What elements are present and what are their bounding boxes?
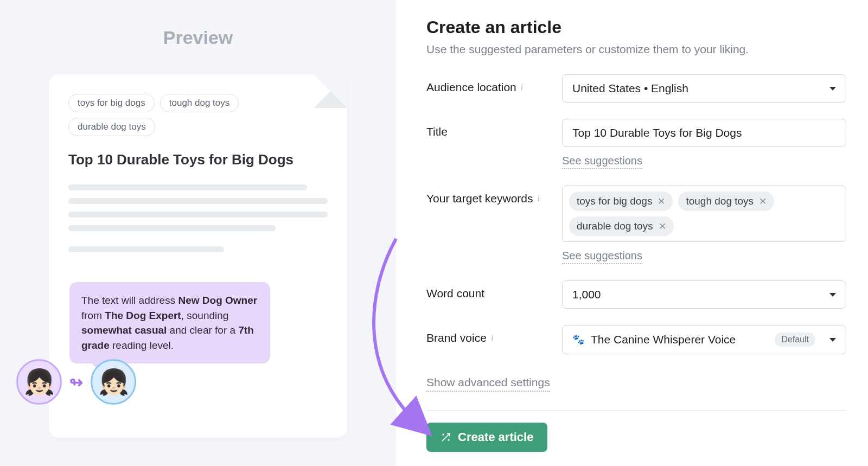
create-article-button[interactable]: Create article (426, 423, 547, 452)
tooltip-persona: New Dog Owner (178, 295, 257, 306)
tooltip-text: The text will address (81, 295, 178, 306)
wand-icon (441, 432, 451, 443)
persona-transform-row: 👧🏻 ↬ 👧🏻 (16, 359, 136, 405)
keywords-input[interactable]: toys for big dogs ✕ tough dog toys ✕ dur… (562, 186, 846, 242)
avatar-target: 👧🏻 (91, 359, 136, 405)
preview-panel: Preview toys for big dogs tough dog toys… (0, 0, 396, 466)
info-icon[interactable]: i (521, 82, 523, 92)
tooltip-text: and clear for a (167, 324, 238, 336)
tooltip-text: from (81, 310, 105, 321)
brand-value: The Canine Whisperer Voice (591, 333, 736, 346)
svg-point-1 (448, 439, 449, 441)
skeleton-line (68, 198, 328, 204)
tooltip-tone: somewhat casual (81, 324, 167, 336)
skeleton-line (68, 184, 307, 190)
label-title: Title (426, 119, 562, 138)
preview-heading: Preview (49, 27, 347, 48)
info-icon[interactable]: i (538, 194, 540, 203)
create-button-label: Create article (458, 430, 533, 444)
remove-tag-icon[interactable]: ✕ (659, 221, 666, 232)
preview-tag: durable dog toys (68, 118, 155, 136)
skeleton-line (68, 212, 328, 218)
form-subheading: Use the suggested parameters or customiz… (426, 43, 846, 56)
preview-tag: tough dog toys (160, 94, 239, 112)
voice-summary-tooltip: The text will address New Dog Owner from… (69, 282, 270, 363)
show-advanced-settings-link[interactable]: Show advanced settings (426, 376, 550, 392)
keyword-tag: toys for big dogs ✕ (569, 191, 673, 211)
preview-tags: toys for big dogs tough dog toys durable… (68, 94, 328, 136)
audience-value: United States • English (572, 82, 688, 95)
label-keywords: Your target keywords i (426, 186, 562, 205)
tooltip-brand: The Dog Expert (105, 310, 181, 321)
svg-point-0 (443, 434, 444, 435)
keyword-tag: tough dog toys ✕ (678, 191, 774, 211)
keyword-tag: durable dog toys ✕ (569, 216, 674, 236)
brand-voice-select[interactable]: 🐾 The Canine Whisperer Voice Default (562, 325, 846, 354)
keywords-suggestions-link[interactable]: See suggestions (562, 250, 642, 264)
create-article-form: Create an article Use the suggested para… (396, 0, 868, 466)
label-audience: Audience location i (426, 74, 562, 94)
title-value: Top 10 Durable Toys for Big Dogs (572, 126, 742, 139)
divider (426, 410, 846, 411)
title-suggestions-link[interactable]: See suggestions (562, 155, 642, 169)
label-brand: Brand voice i (426, 325, 562, 344)
chevron-down-icon (829, 87, 836, 91)
title-input[interactable]: Top 10 Durable Toys for Big Dogs (562, 119, 846, 147)
wordcount-select[interactable]: 1,000 (562, 280, 846, 309)
audience-select[interactable]: United States • English (562, 74, 846, 103)
tooltip-text: reading level. (110, 340, 174, 351)
info-icon[interactable]: i (491, 333, 493, 343)
avatar-source: 👧🏻 (16, 359, 62, 405)
remove-tag-icon[interactable]: ✕ (658, 196, 665, 207)
preview-tag: toys for big dogs (68, 94, 155, 112)
chevron-down-icon (829, 293, 836, 297)
form-heading: Create an article (426, 17, 846, 37)
wordcount-value: 1,000 (572, 288, 601, 301)
skeleton-line (68, 246, 224, 252)
tooltip-text: , sounding (181, 310, 229, 321)
chevron-down-icon (829, 338, 836, 342)
skeleton-line (68, 225, 276, 231)
paw-icon: 🐾 (572, 334, 584, 346)
default-badge: Default (775, 333, 815, 347)
label-wordcount: Word count (426, 280, 562, 300)
remove-tag-icon[interactable]: ✕ (759, 196, 767, 207)
transform-arrow-icon: ↬ (69, 373, 83, 392)
preview-article-title: Top 10 Durable Toys for Big Dogs (68, 151, 328, 168)
